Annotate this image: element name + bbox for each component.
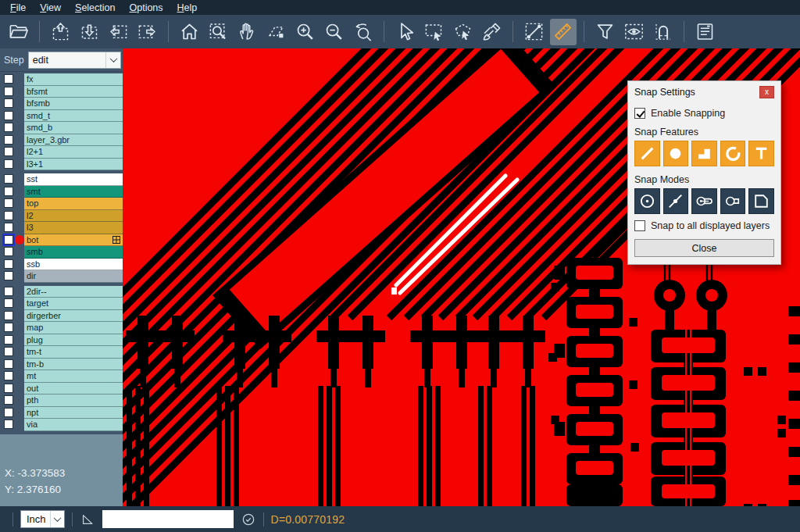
layer-visibility-checkbox[interactable] [4, 420, 13, 429]
enable-snapping-row[interactable]: Enable Snapping [634, 108, 774, 119]
layer-row[interactable]: out [0, 383, 123, 395]
layer-row[interactable]: 2dir-- [0, 286, 123, 298]
layer-visibility-checkbox[interactable] [4, 323, 13, 332]
layer-visibility-checkbox[interactable] [4, 111, 13, 120]
layer-row[interactable]: dirgerber [0, 310, 123, 323]
angle-corner-icon[interactable] [80, 512, 95, 527]
layer-label[interactable]: smt [24, 186, 123, 198]
chevron-down-icon[interactable] [105, 52, 120, 68]
menu-file[interactable]: File [3, 2, 33, 14]
view-region-button[interactable] [621, 19, 648, 45]
layer-row[interactable]: mt [0, 370, 123, 383]
layer-visibility-checkbox[interactable] [4, 408, 13, 417]
zoom-in-button[interactable] [292, 19, 319, 45]
layer-row[interactable]: via [0, 419, 123, 431]
layer-visibility-checkbox[interactable] [4, 174, 13, 184]
layer-visibility-checkbox[interactable] [4, 159, 13, 169]
measure-distance-button[interactable] [521, 19, 548, 45]
filter-button[interactable] [592, 19, 619, 45]
layer-visibility-checkbox[interactable] [4, 298, 13, 308]
open-folder-button[interactable] [5, 19, 32, 45]
pan-up-button[interactable] [48, 19, 74, 45]
select-rectangle-button[interactable] [421, 19, 448, 45]
layer-visibility-checkbox[interactable] [4, 335, 13, 345]
layer-label[interactable]: map [24, 322, 123, 334]
layer-row[interactable]: l2 [0, 210, 123, 223]
menu-options[interactable]: Options [122, 2, 170, 14]
layer-label[interactable]: target [24, 298, 123, 310]
snap-line-point-button[interactable] [663, 188, 689, 214]
layer-label[interactable]: bfsmt [24, 86, 123, 98]
menu-selection[interactable]: Selection [68, 2, 122, 14]
unit-select[interactable]: Inch [20, 510, 65, 528]
layer-label[interactable]: l3 [24, 222, 123, 234]
layer-row[interactable]: l3+1 [0, 159, 123, 171]
layer-label[interactable]: smb [24, 246, 123, 259]
layer-label[interactable]: bot [24, 234, 123, 247]
layer-label[interactable]: smd_t [24, 110, 123, 123]
snap-arc-button[interactable] [720, 141, 746, 166]
layer-visibility-checkbox[interactable] [4, 135, 13, 145]
menu-view[interactable]: View [33, 2, 68, 14]
layer-visibility-checkbox[interactable] [4, 147, 13, 156]
select-polygon-button[interactable] [450, 19, 477, 45]
step-select[interactable]: edit [28, 52, 121, 69]
layer-visibility-checkbox[interactable] [4, 87, 13, 96]
select-pointer-button[interactable] [392, 19, 419, 45]
layer-row[interactable]: tm-b [0, 359, 123, 371]
layer-visibility-checkbox[interactable] [4, 371, 13, 380]
layer-visibility-checkbox[interactable] [4, 259, 13, 269]
enable-snapping-checkbox[interactable] [634, 108, 645, 119]
layer-visibility-checkbox[interactable] [4, 235, 13, 245]
layer-label[interactable]: smd_b [24, 122, 123, 134]
layer-row[interactable]: pth [0, 395, 123, 407]
layer-label[interactable]: layer_3.gbr [24, 134, 123, 147]
layer-visibility-checkbox[interactable] [4, 223, 13, 232]
pan-right-button[interactable] [134, 19, 161, 45]
layer-row[interactable]: bfsmb [0, 98, 123, 110]
layer-label[interactable]: dirgerber [24, 310, 123, 323]
layer-visibility-checkbox[interactable] [4, 384, 13, 393]
snap-surface-button[interactable] [691, 141, 717, 166]
snap-pad-open-button[interactable] [720, 188, 746, 214]
layer-row[interactable]: map [0, 322, 123, 334]
layer-visibility-checkbox[interactable] [4, 311, 13, 320]
layer-label[interactable]: sst [24, 173, 123, 186]
pan-hand-button[interactable] [234, 19, 261, 45]
layer-label[interactable]: l2 [24, 210, 123, 223]
snap-circle-button[interactable] [663, 141, 689, 166]
dialog-close-button[interactable]: x [759, 86, 774, 98]
snap-text-button[interactable] [748, 141, 774, 166]
pan-down-button[interactable] [77, 19, 103, 45]
snap-magnet-button[interactable] [650, 19, 677, 45]
report-button[interactable] [692, 19, 719, 45]
chevron-down-icon[interactable] [50, 511, 64, 527]
layer-label[interactable]: bfsmb [24, 98, 123, 110]
layer-row[interactable]: tm-t [0, 346, 123, 359]
ruler-button[interactable] [550, 19, 577, 45]
snap-all-layers-checkbox[interactable] [634, 220, 645, 231]
layer-visibility-checkbox[interactable] [4, 247, 13, 256]
layer-label[interactable]: pth [24, 395, 123, 407]
layer-visibility-checkbox[interactable] [4, 123, 13, 132]
snap-contour-button[interactable] [748, 188, 774, 214]
layer-label[interactable]: out [24, 383, 123, 395]
layer-label[interactable]: top [24, 198, 123, 210]
zoom-shape-button[interactable] [263, 19, 290, 45]
layer-label[interactable]: via [24, 419, 123, 431]
layer-visibility-checkbox[interactable] [4, 74, 13, 84]
layer-row[interactable]: ssb [0, 259, 123, 271]
snap-all-layers-row[interactable]: Snap to all displayed layers [634, 220, 774, 231]
dialog-title-bar[interactable]: Snap Settings x [634, 82, 774, 102]
layer-label[interactable]: mt [24, 370, 123, 383]
layer-label[interactable]: ssb [24, 259, 123, 271]
close-button[interactable]: Close [634, 239, 774, 257]
layer-label[interactable]: tm-b [24, 359, 123, 371]
snap-line-button[interactable] [634, 141, 660, 166]
layer-visibility-checkbox[interactable] [4, 359, 13, 369]
layer-visibility-checkbox[interactable] [4, 395, 13, 405]
layer-row[interactable]: top [0, 198, 123, 210]
pan-left-button[interactable] [105, 19, 132, 45]
layer-row[interactable]: sst [0, 173, 123, 186]
layer-row[interactable]: smb [0, 246, 123, 259]
